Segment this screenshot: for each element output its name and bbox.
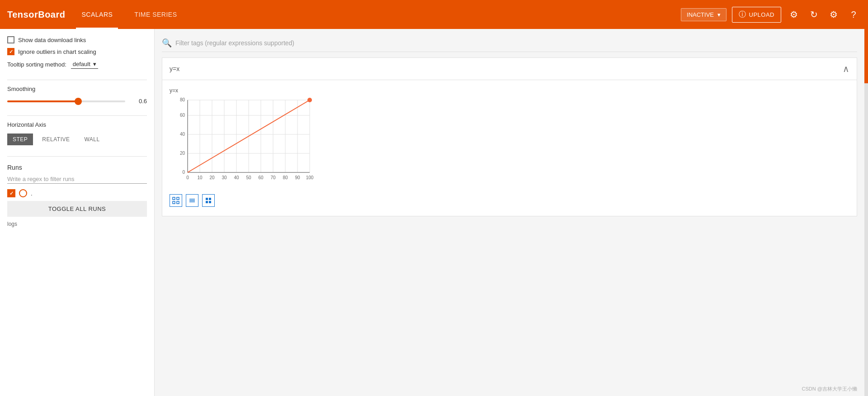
svg-text:70: 70 — [270, 175, 276, 180]
run-name: . — [31, 190, 33, 197]
legend-button[interactable] — [186, 194, 198, 207]
refresh-icon[interactable]: ↻ — [807, 7, 821, 22]
status-label: INACTIVE — [687, 11, 714, 18]
svg-rect-37 — [177, 197, 179, 200]
chart-svg: 0 20 40 60 80 0 10 20 30 40 50 60 70 80 … — [170, 95, 332, 191]
svg-rect-44 — [209, 198, 211, 200]
app-logo: TensorBoard — [7, 10, 65, 20]
smoothing-row: 0.6 — [7, 98, 147, 105]
ignore-outliers-checkbox[interactable] — [7, 48, 14, 55]
upload-button[interactable]: ⓘ UPLOAD — [732, 7, 781, 23]
sidebar: Show data download links Ignore outliers… — [0, 29, 155, 396]
svg-text:0: 0 — [186, 175, 189, 180]
data-download-icon — [205, 197, 212, 204]
expand-button[interactable] — [170, 194, 182, 207]
svg-text:20: 20 — [209, 175, 215, 180]
show-download-checkbox[interactable] — [7, 36, 14, 43]
svg-text:90: 90 — [295, 175, 300, 180]
smoothing-label: Smoothing — [7, 86, 147, 92]
main: Show data download links Ignore outliers… — [0, 29, 868, 396]
svg-rect-38 — [173, 201, 175, 204]
svg-text:60: 60 — [180, 113, 185, 118]
svg-rect-45 — [206, 201, 208, 203]
logs-label: logs — [7, 221, 17, 227]
divider-2 — [7, 115, 147, 116]
search-icon: 🔍 — [162, 38, 172, 48]
toggle-all-runs-button[interactable]: TOGGLE ALL RUNS — [7, 201, 147, 217]
expand-icon — [172, 197, 179, 204]
dropdown-arrow-icon: ▾ — [717, 11, 721, 18]
filter-bar: 🔍 Filter tags (regular expressions suppo… — [162, 34, 857, 52]
svg-rect-43 — [206, 198, 208, 200]
chart-card-header: y=x ∧ — [162, 58, 857, 80]
filter-placeholder: Filter tags (regular expressions support… — [175, 39, 294, 47]
svg-rect-46 — [209, 201, 211, 203]
header: TensorBoard SCALARS TIME SERIES INACTIVE… — [0, 0, 868, 29]
svg-text:40: 40 — [234, 175, 239, 180]
header-right: INACTIVE ▾ ⓘ UPLOAD ⚙ ↻ ⚙ ? — [681, 7, 861, 23]
chart-actions — [170, 191, 849, 209]
svg-rect-39 — [177, 201, 179, 204]
settings-icon[interactable]: ⚙ — [826, 7, 841, 22]
svg-text:20: 20 — [180, 151, 185, 156]
watermark: CSDN @吉林大学王小懒 — [802, 386, 857, 392]
run-item: . — [7, 189, 147, 197]
show-download-row: Show data download links — [7, 36, 147, 43]
help-icon[interactable]: ? — [846, 7, 861, 22]
horizontal-axis-label: Horizontal Axis — [7, 121, 147, 128]
show-download-label: Show data download links — [18, 37, 86, 43]
tooltip-dropdown-icon: ▾ — [93, 61, 96, 67]
svg-text:40: 40 — [180, 132, 185, 137]
content-area: 🔍 Filter tags (regular expressions suppo… — [155, 29, 864, 396]
svg-text:10: 10 — [197, 175, 203, 180]
nav-tab-time-series[interactable]: TIME SERIES — [129, 0, 182, 29]
chart-y-label: y=x — [170, 87, 849, 94]
info-circle-icon: ⓘ — [739, 10, 746, 19]
collapse-button[interactable]: ∧ — [843, 63, 849, 74]
scrollbar-thumb — [864, 29, 868, 83]
status-dropdown[interactable]: INACTIVE ▾ — [681, 8, 726, 21]
svg-text:60: 60 — [258, 175, 264, 180]
slider-thumb — [75, 98, 82, 105]
axis-buttons: STEP RELATIVE WALL — [7, 134, 147, 145]
chart-card: y=x ∧ y=x — [162, 57, 857, 216]
nav-tab-scalars[interactable]: SCALARS — [76, 0, 118, 29]
chart-section-title: y=x — [170, 65, 179, 72]
ignore-outliers-label: Ignore outliers in chart scaling — [18, 48, 96, 55]
legend-icon — [189, 197, 196, 204]
run-checkbox[interactable] — [7, 189, 15, 197]
data-download-button[interactable] — [202, 194, 215, 207]
runs-filter-input[interactable] — [7, 175, 147, 184]
svg-text:50: 50 — [246, 175, 251, 180]
svg-rect-36 — [173, 197, 175, 200]
svg-text:100: 100 — [306, 175, 314, 180]
axis-wall-button[interactable]: WALL — [79, 134, 105, 145]
chart-body: y=x — [162, 80, 857, 216]
svg-text:80: 80 — [283, 175, 288, 180]
divider-3 — [7, 156, 147, 157]
smoothing-value: 0.6 — [129, 98, 147, 105]
run-circle-icon[interactable] — [19, 189, 27, 197]
svg-text:30: 30 — [222, 175, 227, 180]
runs-label: Runs — [7, 164, 147, 171]
svg-text:80: 80 — [180, 97, 185, 102]
tooltip-sorting-select[interactable]: default ▾ — [71, 60, 98, 69]
slider-fill — [7, 100, 78, 102]
axis-step-button[interactable]: STEP — [7, 134, 33, 145]
tooltip-sorting-label: Tooltip sorting method: — [7, 61, 66, 68]
divider-1 — [7, 80, 147, 80]
svg-point-35 — [307, 98, 312, 102]
scrollbar[interactable] — [864, 29, 868, 396]
smoothing-slider[interactable] — [7, 100, 125, 102]
settings-bolt-icon[interactable]: ⚙ — [787, 7, 801, 22]
svg-text:0: 0 — [182, 170, 185, 175]
tooltip-row: Tooltip sorting method: default ▾ — [7, 60, 147, 69]
axis-relative-button[interactable]: RELATIVE — [37, 134, 75, 145]
ignore-outliers-row: Ignore outliers in chart scaling — [7, 48, 147, 55]
runs-section: Runs . TOGGLE ALL RUNS logs — [7, 164, 147, 227]
